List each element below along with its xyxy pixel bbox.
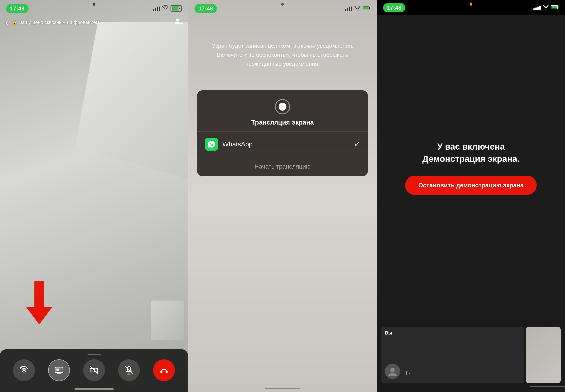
stop-sharing-button[interactable]: Остановить демонстрацию экрана xyxy=(405,176,537,195)
record-icon xyxy=(275,99,290,114)
battery-icon xyxy=(170,5,182,12)
you-label: Вы xyxy=(385,330,521,336)
top-bar-panel1: ‹ 🔒 Защищено сквозным шифрованием xyxy=(0,15,188,29)
back-button[interactable]: ‹ xyxy=(5,18,8,27)
check-icon: ✓ xyxy=(354,140,360,148)
drag-handle xyxy=(87,354,101,355)
svg-point-27 xyxy=(390,368,395,372)
whatsapp-label: WhatsApp xyxy=(222,140,350,148)
status-bar-panel1: 17:48 xyxy=(0,0,188,15)
bg-thumbnail xyxy=(151,301,184,340)
camera-dot-panel2 xyxy=(281,3,284,6)
battery-icon-p3 xyxy=(551,5,559,10)
encryption-text: Защищено сквозным шифрованием xyxy=(19,20,99,25)
arrow-indicator xyxy=(26,281,52,324)
status-icons-p2 xyxy=(345,6,370,11)
camera-flip-button[interactable] xyxy=(13,359,35,381)
warning-text: Экран будет записан целиком, включая уве… xyxy=(188,15,376,82)
svg-line-14 xyxy=(90,366,98,374)
status-icons xyxy=(153,5,182,12)
end-call-button[interactable] xyxy=(153,359,175,381)
svg-point-7 xyxy=(23,369,25,371)
svg-rect-22 xyxy=(369,7,370,9)
time-display-p2: 17:48 xyxy=(195,4,217,13)
svg-point-19 xyxy=(160,371,162,373)
signal-bars-icon xyxy=(153,6,160,11)
arrow-head xyxy=(26,307,52,324)
panel3-screen-sharing: 17:48 xyxy=(377,0,565,392)
svg-rect-25 xyxy=(558,6,558,8)
add-contact-button[interactable] xyxy=(174,17,183,27)
other-participant-tile xyxy=(526,327,561,383)
panel2-screen-broadcast: 17:48 xyxy=(188,0,377,392)
you-tile: Вы ·⁞· xyxy=(381,327,524,383)
wifi-icon-p2 xyxy=(354,6,360,11)
svg-rect-26 xyxy=(551,6,557,9)
audio-wave-icon: ·⁞· xyxy=(403,370,411,377)
wifi-icon-p3 xyxy=(543,5,549,11)
screen-sharing-main: У вас включенаДемонстрация экрана. Остан… xyxy=(377,15,565,320)
camera-dot-panel3 xyxy=(470,3,472,6)
svg-rect-1 xyxy=(179,8,180,9)
svg-point-20 xyxy=(166,371,168,373)
call-thumbnails: Вы ·⁞· xyxy=(377,320,565,390)
whatsapp-icon xyxy=(205,138,218,151)
battery-icon-p2 xyxy=(363,6,370,11)
broadcast-title: Трансляция экрана xyxy=(204,119,361,126)
svg-rect-11 xyxy=(56,368,59,371)
svg-rect-23 xyxy=(363,7,369,9)
whatsapp-row[interactable]: WhatsApp ✓ xyxy=(197,132,368,157)
panel1-whatsapp-call: 17:48 xyxy=(0,0,188,392)
mic-toggle-button[interactable] xyxy=(118,359,140,381)
screen-share-title: У вас включенаДемонстрация экрана. xyxy=(422,140,520,165)
panel2-content: 17:48 xyxy=(188,0,376,392)
time-display: 17:48 xyxy=(6,4,28,13)
camera-dot-panel1 xyxy=(93,3,95,6)
encryption-info: 🔒 Защищено сквозным шифрованием xyxy=(12,20,99,25)
broadcast-header: Трансляция экрана xyxy=(197,90,368,131)
svg-rect-2 xyxy=(173,7,178,10)
wifi-icon xyxy=(162,5,168,12)
call-controls-bar xyxy=(0,349,188,392)
broadcast-card: Трансляция экрана WhatsApp ✓ Начать тран… xyxy=(197,90,368,176)
start-broadcast-button[interactable]: Начать трансляцию xyxy=(197,157,368,176)
status-bar-panel2: 17:48 xyxy=(188,0,376,15)
controls-row xyxy=(7,359,182,381)
status-icons-p3 xyxy=(533,5,559,11)
status-bar-panel3: 17:48 xyxy=(377,0,565,15)
record-icon-inner xyxy=(279,103,286,111)
time-display-p3: 17:48 xyxy=(383,3,406,13)
lock-icon: 🔒 xyxy=(12,20,17,25)
video-toggle-button[interactable] xyxy=(83,359,105,381)
signal-bars-p2 xyxy=(345,6,352,11)
home-indicator-panel3 xyxy=(530,386,565,387)
avatar xyxy=(385,364,400,379)
svg-point-3 xyxy=(176,18,179,22)
screen-share-button[interactable] xyxy=(48,359,70,381)
signal-bars-p3 xyxy=(533,5,541,10)
home-indicator-panel1 xyxy=(74,388,114,390)
